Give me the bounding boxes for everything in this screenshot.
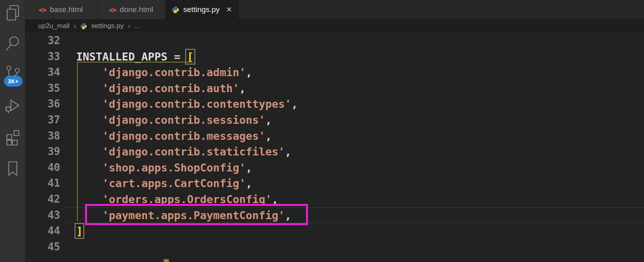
breadcrumb-file[interactable]: settings.py [91,22,124,30]
code-token: , [246,66,252,79]
code-text[interactable] [60,239,76,255]
code-token: ] [76,225,83,237]
editor-group: <> base.html <> done.html settings.py ✕ … [25,0,644,262]
bookmark-icon [4,159,22,178]
line-number: 38 [25,128,60,144]
files-icon [4,4,22,22]
code-text[interactable]: 'django.contrib.contenttypes', [60,96,298,112]
line-number: 37 [25,112,60,128]
bracket-pair-guide-vertical [77,62,78,221]
code-token: INSTALLED_APPS [76,50,168,63]
tab-settings-py[interactable]: settings.py ✕ [165,0,239,19]
line-number: 39 [25,144,60,160]
html-file-icon: <> [38,6,46,14]
code-token: , [239,82,245,95]
code-token [76,177,102,189]
breadcrumb-symbol[interactable]: ... [134,22,140,30]
activity-run-debug-button[interactable] [3,97,22,116]
code-line: 32 [25,33,644,49]
source-control-badge: 3K+ [4,76,22,87]
code-line: 34 'django.contrib.admin', [25,64,644,81]
code-token: , [265,114,271,126]
code-line: 37 'django.contrib.sessions', [25,112,644,128]
tab-label: settings.py [183,5,220,14]
code-token: 'shop.apps.ShopConfig' [102,161,246,174]
line-number: 43 [25,208,60,224]
chevron-right-icon: › [128,22,130,31]
line-number: 44 [25,223,60,239]
code-token [76,130,102,142]
activity-bookmarks-button[interactable] [3,159,22,178]
code-token: 'django.contrib.auth' [102,82,239,95]
code-token [76,98,102,110]
code-token: , [265,130,271,142]
code-line: 36 'django.contrib.contenttypes', [25,96,644,112]
code-token: 'django.contrib.sessions' [102,114,265,126]
line-number: 32 [25,33,60,49]
tab-label: base.html [50,5,83,14]
code-token [76,82,102,95]
code-token: , [291,98,298,110]
activity-explorer-button[interactable] [3,3,22,22]
chevron-right-icon: › [73,22,76,31]
line-number: 34 [25,64,60,81]
line-number: 40 [25,160,60,176]
clipped-next-line-fragment [164,259,169,262]
code-token: 'django.contrib.messages' [102,130,265,142]
code-text[interactable]: 'django.contrib.admin', [60,64,252,81]
code-line: 44] [25,223,644,239]
activity-source-control-button[interactable]: 3K+ [3,64,22,83]
code-line: 35 'django.contrib.auth', [25,81,644,97]
code-token: , [246,161,252,174]
run-and-debug-icon [4,97,22,116]
code-token [76,145,102,158]
code-token: [ [187,50,193,63]
activity-extensions-button[interactable] [3,127,22,147]
code-text[interactable]: ] [60,223,83,239]
code-line: 41 'cart.apps.CartConfig', [25,175,644,191]
code-line: 45 [25,239,644,255]
line-number: 35 [25,81,60,97]
python-file-icon [80,23,87,30]
code-token: 'django.contrib.contenttypes' [102,98,291,110]
code-text[interactable]: 'django.contrib.messages', [60,128,272,144]
code-text[interactable]: 'django.contrib.sessions', [60,112,272,128]
line-number: 41 [25,175,60,191]
line-number: 36 [25,96,60,112]
breadcrumb: up2u_mall › settings.py › ... [25,19,644,33]
code-editor[interactable]: 3233INSTALLED_APPS = [34 'django.contrib… [25,33,644,262]
line-number: 45 [25,239,60,255]
code-token: , [285,145,291,158]
annotation-highlight-box [85,204,308,225]
code-text[interactable]: 'django.contrib.auth', [60,81,246,97]
code-line: 38 'django.contrib.messages', [25,128,644,144]
line-number: 33 [25,49,60,65]
tab-bar: <> base.html <> done.html settings.py ✕ [25,0,644,19]
code-text[interactable]: 'django.contrib.staticfiles', [60,144,291,160]
code-token: 'django.contrib.admin' [102,66,246,79]
code-token: , [246,177,252,189]
activity-bar: 3K+ [0,0,25,262]
code-line: 40 'shop.apps.ShopConfig', [25,160,644,176]
activity-search-button[interactable] [3,34,22,53]
tab-done-html[interactable]: <> done.html [97,0,165,19]
bracket-pair-guide-horizontal [77,62,192,62]
code-text[interactable]: 'cart.apps.CartConfig', [60,175,252,191]
code-token: 'django.contrib.staticfiles' [102,145,285,158]
python-file-icon [172,6,179,14]
tab-label: done.html [120,5,153,14]
vscode-window: 3K+ <> [0,0,644,262]
tab-base-html[interactable]: <> base.html [25,0,97,19]
code-token [76,66,102,79]
line-number: 42 [25,191,60,208]
html-file-icon: <> [109,6,116,14]
close-icon[interactable]: ✕ [226,5,232,14]
code-token [76,114,102,126]
breadcrumb-project[interactable]: up2u_mall [38,22,69,30]
code-line: 39 'django.contrib.staticfiles', [25,144,644,160]
code-text[interactable] [60,33,76,49]
code-token [76,161,102,174]
code-text[interactable]: 'shop.apps.ShopConfig', [60,160,252,176]
code-token: = [168,50,187,63]
search-icon [4,34,22,53]
